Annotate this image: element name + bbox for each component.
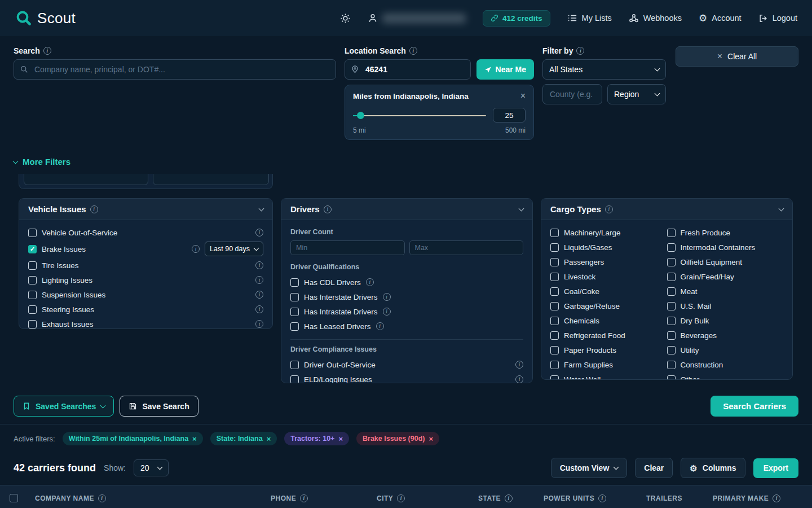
checkbox-row[interactable]: Intermodal Containers xyxy=(667,240,784,254)
filter-chip[interactable]: State: Indiana × xyxy=(210,432,277,445)
checkbox-label[interactable]: Livestock xyxy=(564,273,595,281)
checkbox-label[interactable]: Oilfield Equipment xyxy=(681,258,743,266)
info-icon[interactable]: i xyxy=(90,205,98,213)
checkbox-row[interactable]: Meat xyxy=(667,284,784,298)
checkbox-label[interactable]: Grain/Feed/Hay xyxy=(681,273,734,281)
checkbox-label[interactable]: Beverages xyxy=(681,331,717,340)
checkbox-row[interactable]: Fresh Produce xyxy=(667,226,784,239)
info-icon[interactable]: i xyxy=(366,278,374,286)
column-header-company[interactable]: COMPANY NAME i xyxy=(26,494,262,502)
checkbox[interactable] xyxy=(28,276,37,284)
checkbox[interactable] xyxy=(28,305,37,314)
checkbox-row[interactable]: Construction xyxy=(667,358,784,371)
checkbox-row[interactable]: ✓ Brake Issues i Last 90 days xyxy=(28,240,263,257)
checkbox[interactable] xyxy=(28,291,37,299)
checkbox-row[interactable]: Passengers xyxy=(550,255,667,269)
info-icon[interactable]: i xyxy=(409,47,417,55)
info-icon[interactable]: i xyxy=(773,494,780,502)
saved-searches-button[interactable]: Saved Searches xyxy=(14,396,114,417)
info-icon[interactable]: i xyxy=(192,245,200,253)
checkbox-row[interactable]: Paper Products xyxy=(550,343,667,357)
checkbox[interactable] xyxy=(667,287,676,296)
checkbox-label[interactable]: Passengers xyxy=(564,258,604,266)
checkbox-label[interactable]: Garbage/Refuse xyxy=(564,302,620,310)
checkbox-row[interactable]: Tire Issues i xyxy=(28,259,263,272)
checkbox[interactable] xyxy=(667,258,676,266)
user-menu[interactable] xyxy=(368,13,466,23)
checkbox-label[interactable]: Lighting Issues xyxy=(42,276,92,284)
checkbox[interactable] xyxy=(667,302,676,310)
export-button[interactable]: Export xyxy=(753,458,798,478)
state-select[interactable]: All States xyxy=(542,59,666,80)
info-icon[interactable]: i xyxy=(300,494,308,502)
checkbox[interactable] xyxy=(550,346,559,354)
checkbox[interactable] xyxy=(550,317,559,325)
brake-issues-period-select[interactable]: Last 90 days xyxy=(205,242,263,256)
close-icon[interactable]: × xyxy=(429,435,434,443)
close-icon[interactable]: × xyxy=(267,435,271,443)
checkbox[interactable] xyxy=(550,258,559,266)
checkbox[interactable] xyxy=(290,361,299,369)
checkbox[interactable] xyxy=(667,317,676,325)
checkbox-row[interactable]: Livestock xyxy=(550,270,667,283)
checkbox-label[interactable]: Machinery/Large xyxy=(564,229,621,237)
checkbox-label[interactable]: Farm Supplies xyxy=(564,361,613,369)
checkbox-row[interactable]: Farm Supplies xyxy=(550,358,667,371)
drivers-header[interactable]: Drivers i xyxy=(281,199,532,220)
checkbox-label[interactable]: Vehicle Out-of-Service xyxy=(42,229,117,237)
info-icon[interactable]: i xyxy=(515,375,523,383)
checkbox-row[interactable]: Steering Issues i xyxy=(28,303,263,316)
checkbox[interactable] xyxy=(28,261,37,270)
column-header-phone[interactable]: PHONE i xyxy=(262,494,368,502)
info-icon[interactable]: i xyxy=(255,229,263,237)
info-icon[interactable]: i xyxy=(98,494,106,502)
checkbox[interactable] xyxy=(667,346,676,354)
column-header-power-units[interactable]: POWER UNITS i xyxy=(535,494,637,502)
checkbox-row[interactable]: Has CDL Drivers i xyxy=(290,275,523,289)
checkbox-label[interactable]: Coal/Coke xyxy=(564,287,599,296)
checkbox-label[interactable]: Chemicals xyxy=(564,317,599,325)
close-icon[interactable]: × xyxy=(338,435,343,443)
info-icon[interactable]: i xyxy=(255,261,263,269)
slider-thumb[interactable] xyxy=(357,112,364,119)
nav-logout[interactable]: Logout xyxy=(758,14,797,23)
checkbox-row[interactable]: Grain/Feed/Hay xyxy=(667,270,784,283)
nav-webhooks[interactable]: Webhooks xyxy=(629,13,682,23)
checkbox[interactable] xyxy=(28,229,37,237)
page-size-select[interactable]: 20 xyxy=(134,459,169,476)
checkbox[interactable] xyxy=(28,320,37,329)
radius-slider[interactable] xyxy=(353,112,486,119)
checkbox[interactable] xyxy=(290,293,299,301)
checkbox[interactable] xyxy=(667,273,676,281)
info-icon[interactable]: i xyxy=(255,276,263,284)
near-me-button[interactable]: Near Me xyxy=(476,59,534,80)
checkbox-row[interactable]: Water Well xyxy=(550,373,667,380)
column-header-state[interactable]: STATE i xyxy=(469,494,535,502)
checkbox-label[interactable]: Other xyxy=(681,375,700,380)
checkbox-label[interactable]: Driver Out-of-Service xyxy=(304,361,376,369)
custom-view-button[interactable]: Custom View xyxy=(551,458,628,478)
info-icon[interactable]: i xyxy=(324,205,332,213)
checkbox-row[interactable]: Has Leased Drivers i xyxy=(290,319,523,333)
checkbox-label[interactable]: ELD/Logging Issues xyxy=(304,375,372,384)
checkbox[interactable] xyxy=(667,361,676,369)
checkbox[interactable] xyxy=(667,243,676,252)
column-header-primary-make[interactable]: PRIMARY MAKE i xyxy=(704,494,812,502)
info-icon[interactable]: i xyxy=(383,293,391,301)
clear-all-button[interactable]: × Clear All xyxy=(676,46,798,67)
checkbox-row[interactable]: Dry Bulk xyxy=(667,314,784,327)
checkbox-label[interactable]: Dry Bulk xyxy=(681,317,709,325)
clipped-input[interactable] xyxy=(153,174,269,185)
checkbox[interactable] xyxy=(667,375,676,380)
columns-button[interactable]: ⚙ Columns xyxy=(681,458,745,478)
info-icon[interactable]: i xyxy=(598,494,606,502)
checkbox-label[interactable]: Paper Products xyxy=(564,346,616,354)
close-icon[interactable]: × xyxy=(520,91,526,100)
checkbox[interactable] xyxy=(550,243,559,252)
county-input[interactable] xyxy=(542,84,602,104)
search-carriers-button[interactable]: Search Carriers xyxy=(710,396,798,417)
checkbox-row[interactable]: Garbage/Refuse xyxy=(550,299,667,313)
select-all-checkbox[interactable] xyxy=(10,494,18,502)
checkbox[interactable] xyxy=(290,278,299,287)
checkbox[interactable] xyxy=(290,308,299,316)
